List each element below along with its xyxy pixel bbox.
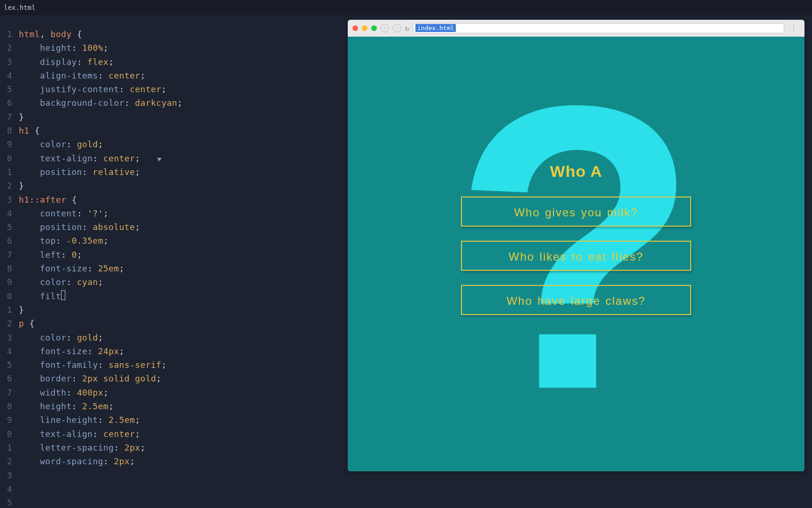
question-item: Who gives you milk? [461, 197, 691, 227]
maximize-icon[interactable] [371, 25, 377, 31]
back-button[interactable]: ‹ [381, 24, 389, 32]
question-item: Who have large claws? [461, 285, 691, 315]
code-editor[interactable]: 12345678901234567890123456789012345 html… [0, 15, 348, 508]
close-icon[interactable] [352, 25, 358, 31]
editor-tabbar: lex.html [0, 0, 812, 15]
line-number-gutter: 12345678901234567890123456789012345 [0, 15, 12, 508]
browser-window: ‹ › ↻ index.html ⋮ ? Who A Who gives you… [348, 20, 804, 471]
code-content[interactable]: html, body { height: 100%; display: flex… [12, 15, 182, 508]
open-file-tab[interactable]: lex.html [4, 4, 35, 11]
url-text: index.html [415, 24, 456, 32]
reload-button[interactable]: ↻ [405, 24, 409, 32]
forward-button[interactable]: › [393, 24, 401, 32]
address-bar[interactable]: index.html [413, 23, 784, 33]
question-item: Who likes to eat flies? [461, 241, 691, 271]
browser-viewport: ? Who A Who gives you milk? Who likes to… [348, 37, 804, 471]
page-title: Who A [459, 162, 694, 181]
quiz-stage: Who A Who gives you milk? Who likes to e… [459, 162, 694, 329]
menu-icon[interactable]: ⋮ [788, 24, 800, 32]
browser-toolbar: ‹ › ↻ index.html ⋮ [348, 20, 804, 37]
minimize-icon[interactable] [362, 25, 367, 31]
